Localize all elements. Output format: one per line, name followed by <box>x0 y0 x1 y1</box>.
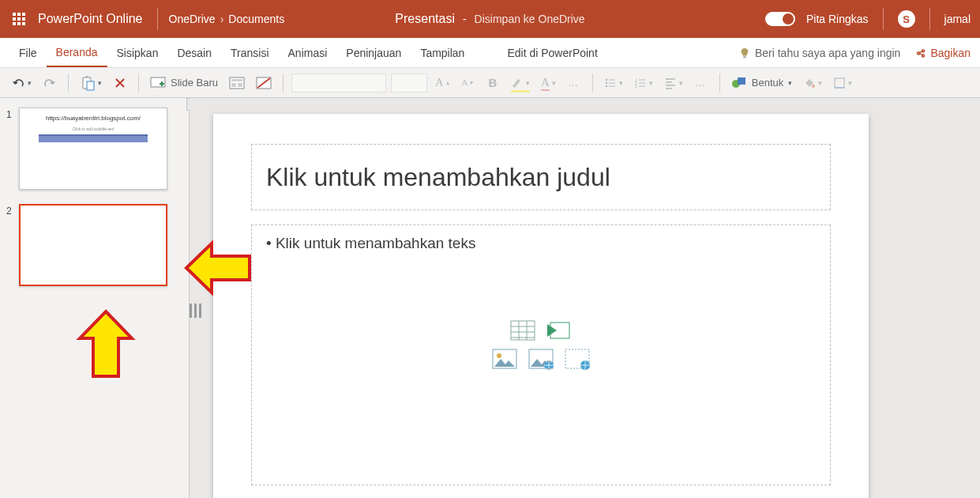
tab-file[interactable]: File <box>9 38 47 67</box>
undo-icon <box>11 76 25 90</box>
insert-picture-icon[interactable] <box>491 348 518 370</box>
breadcrumb-root[interactable]: OneDrive <box>169 13 216 25</box>
tab-view[interactable]: Tampilan <box>411 38 474 67</box>
svg-rect-17 <box>738 77 745 85</box>
hide-slide-icon <box>256 77 272 89</box>
title-placeholder[interactable]: Klik untuk menambahkan judul <box>251 144 831 210</box>
chevron-down-icon: ▾ <box>788 79 792 87</box>
svg-rect-6 <box>231 79 242 81</box>
delete-button[interactable] <box>110 73 130 93</box>
breadcrumb-folder[interactable]: Documents <box>228 13 284 25</box>
tab-home[interactable]: Beranda <box>47 38 107 67</box>
shape-fill-button[interactable]: ▾ <box>800 73 825 93</box>
undo-button[interactable]: ▾ <box>8 73 35 93</box>
font-color-icon: A <box>541 76 550 89</box>
slide-thumbnail-row: 1 https://buayaberdiri.blogspot.com/ Cli… <box>6 108 182 190</box>
slide1-title-text: https://buayaberdiri.blogspot.com/ <box>28 115 159 122</box>
content-placeholder[interactable]: • Klik untuk menambahkan teks <box>251 224 831 485</box>
breadcrumb[interactable]: OneDrive › Documents <box>161 13 285 25</box>
highlight-button[interactable]: ▾ <box>508 73 533 93</box>
insert-online-video-icon[interactable] <box>564 348 591 370</box>
simplified-ribbon-toggle[interactable] <box>765 12 795 26</box>
hide-slide-button[interactable] <box>253 73 275 93</box>
svg-point-18 <box>812 85 815 88</box>
slide-thumbnail-2[interactable] <box>19 204 167 286</box>
edit-in-desktop[interactable]: Edit di PowerPoint <box>498 38 606 67</box>
chevron-down-icon: ▾ <box>98 79 102 87</box>
ruler-mark <box>190 304 207 318</box>
app-name: PowerPoint Online <box>38 12 154 26</box>
tab-animation[interactable]: Animasi <box>279 38 337 67</box>
svg-rect-19 <box>835 78 844 88</box>
svg-rect-4 <box>151 77 165 87</box>
separator <box>157 8 158 30</box>
dash: - <box>463 13 467 25</box>
tab-design[interactable]: Desain <box>167 38 221 67</box>
tell-me-placeholder: Beri tahu saya apa yang ingin <box>755 47 900 59</box>
slide-thumbnail-row: 2 <box>6 204 182 286</box>
svg-rect-0 <box>743 56 746 58</box>
separator <box>883 8 884 30</box>
insert-excel-icon[interactable] <box>546 319 573 341</box>
separator <box>929 8 930 30</box>
document-title[interactable]: Presentasi <box>395 12 455 26</box>
bold-button[interactable]: B <box>482 73 503 93</box>
title-placeholder-text: Klik untuk menambahkan judul <box>266 163 610 192</box>
chevron-down-icon: ▾ <box>28 79 32 87</box>
svg-rect-20 <box>511 321 535 340</box>
ribbon-toolbar: ▾ ▾ Slide Baru A▴ A▾ B ▾ A▾ … ▾ 123▾ ▾ … <box>0 68 980 98</box>
numbering-icon: 123 <box>634 77 647 89</box>
more-paragraph-button[interactable]: … <box>691 73 712 93</box>
svg-rect-8 <box>238 83 242 87</box>
lightbulb-icon <box>739 47 750 58</box>
shapes-label: Bentuk <box>752 77 783 89</box>
tab-transition[interactable]: Transisi <box>221 38 279 67</box>
new-slide-icon <box>150 77 166 89</box>
svg-rect-2 <box>85 76 88 78</box>
slide-canvas[interactable]: Klik untuk menambahkan judul • Klik untu… <box>213 114 869 498</box>
outline-icon <box>833 77 846 89</box>
tab-insert[interactable]: Sisipkan <box>107 38 168 67</box>
insert-online-picture-icon[interactable] <box>528 348 554 370</box>
shape-outline-button[interactable]: ▾ <box>830 73 855 93</box>
redo-button[interactable] <box>39 73 60 93</box>
x-icon <box>115 77 126 89</box>
paste-button[interactable]: ▾ <box>77 73 105 93</box>
skype-icon[interactable]: S <box>898 10 915 28</box>
slide-editor-area: Klik untuk menambahkan judul • Klik untu… <box>190 98 980 498</box>
tab-review[interactable]: Peninjauan <box>336 38 411 67</box>
bullets-button[interactable]: ▾ <box>601 73 626 93</box>
content-insert-icons <box>491 319 591 370</box>
font-family-select[interactable] <box>291 74 386 92</box>
shrink-font-button[interactable]: A▾ <box>457 73 478 93</box>
svg-rect-3 <box>87 81 94 90</box>
numbering-button[interactable]: 123▾ <box>631 73 656 93</box>
highlight-icon <box>511 77 524 89</box>
grow-font-button[interactable]: A▴ <box>432 73 452 93</box>
share-button[interactable]: Bagikan <box>914 47 971 59</box>
user-name[interactable]: jamal <box>944 13 971 25</box>
fill-bucket-icon <box>803 77 816 89</box>
new-slide-button[interactable]: Slide Baru <box>147 73 221 93</box>
svg-point-10 <box>606 78 608 81</box>
slide1-subtitle-text: Click to add subtitle text <box>28 126 159 131</box>
font-color-button[interactable]: A▾ <box>538 73 559 93</box>
shapes-icon <box>731 76 747 90</box>
bold-icon: B <box>489 76 498 89</box>
svg-point-12 <box>606 85 608 87</box>
layout-button[interactable] <box>226 73 248 93</box>
align-button[interactable]: ▾ <box>661 73 686 93</box>
decrease-font-icon: A <box>462 78 468 87</box>
slide-thumbnail-panel: ▴ 1 https://buayaberdiri.blogspot.com/ C… <box>0 98 190 498</box>
slide-thumbnail-1[interactable]: https://buayaberdiri.blogspot.com/ Click… <box>19 108 167 190</box>
more-font-button[interactable]: … <box>564 73 584 93</box>
font-size-select[interactable] <box>391 74 427 92</box>
bullets-icon <box>604 77 617 89</box>
save-status: Disimpan ke OneDrive <box>475 13 585 25</box>
insert-table-icon[interactable] <box>509 319 536 341</box>
tell-me-search[interactable]: Beri tahu saya apa yang ingin <box>739 47 900 59</box>
svg-point-11 <box>606 81 608 84</box>
layout-icon <box>229 77 245 89</box>
shapes-button[interactable]: Bentuk ▾ <box>728 73 795 93</box>
app-launcher-icon[interactable] <box>6 6 32 32</box>
